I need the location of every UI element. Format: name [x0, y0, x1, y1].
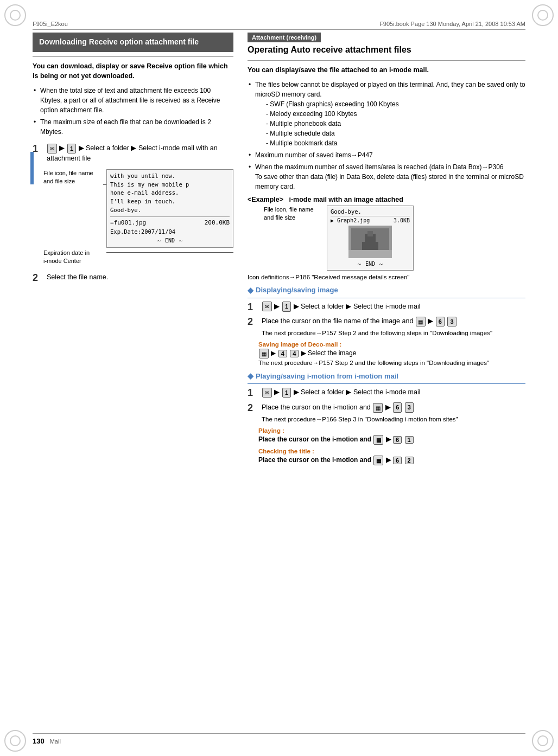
imotion-step-2-content: Place the cursor on the i-motion and ▦ ▶… [262, 402, 525, 424]
display-menu-icon: ▦ [416, 317, 426, 326]
saving-key-4a: 4 [278, 350, 287, 357]
checking-area: Checking the title : Place the cursor on… [258, 448, 525, 465]
saving-deco-area: Saving image of Deco-mail : ▦ ▶ 4 4 ▶ Se… [258, 341, 525, 366]
checking-key-2: 2 [405, 457, 414, 464]
checking-menu-icon: ▦ [373, 456, 383, 465]
corner-decoration-tr [532, 4, 554, 26]
imotion-diamond-icon: ◆ [248, 371, 253, 380]
mail-icon: ✉ [47, 144, 57, 153]
left-step-2: 2 Select the file name. [33, 272, 233, 284]
footer-page-number: 130 [33, 737, 45, 745]
imotion-step-1: 1 ✉ ▶ 1 ▶ Select a folder ▶ Select the i… [248, 387, 525, 399]
left-body-bold: You can download, display or save Receiv… [33, 61, 233, 82]
display-key-6: 6 [436, 317, 445, 327]
display-key-3: 3 [447, 317, 456, 327]
mail-filename: =fu001.jpg [110, 218, 146, 228]
display-step-2: 2 Place the cursor on the file name of t… [248, 316, 525, 338]
right-body-bold: You can display/save the file attached t… [248, 65, 525, 75]
right-bullet-1: The files below cannot be displayed or p… [248, 80, 525, 148]
left-step-1-content: ✉ ▶ 1 ▶ Select a folder ▶ Select i-mode … [47, 143, 233, 164]
checking-content: Place the cursor on the i-motion and ▦ ▶… [258, 456, 525, 465]
checking-label: Checking the title : [258, 448, 525, 454]
page-header: F905i_E2kou F905i.book Page 130 Monday, … [33, 0, 525, 30]
example-image-thumb [348, 226, 392, 258]
saving-menu-icon: ▦ [259, 349, 269, 358]
page-footer: 130 Mail [33, 733, 525, 745]
left-section-title: Downloading Receive option attachment fi… [39, 37, 199, 46]
sub-item-1: - SWF (Flash graphics) exceeding 100 Kby… [255, 99, 525, 109]
annotation-fileicon: File icon, file name and file size [43, 169, 103, 186]
imotion-divider [248, 383, 525, 384]
saving-deco-label: Saving image of Deco-mail : [258, 341, 525, 348]
header-bookinfo: F905i.book Page 130 Monday, April 21, 20… [379, 21, 525, 27]
annotation-arrow-1 [103, 184, 106, 185]
saving-deco-keys: ▦ ▶ 4 4 ▶ Select the image [258, 349, 525, 358]
corner-decoration-bl [4, 730, 26, 752]
right-bullet-2: Maximum number of saved items→P447 [248, 150, 525, 160]
mail-footer-row: =fu001.jpg 200.0KB [110, 216, 230, 228]
svg-rect-4 [367, 231, 373, 236]
key-1: 1 [67, 144, 76, 154]
display-next: The next procedure→P157 Step 2 and the f… [262, 329, 525, 338]
corner-decoration-br [532, 730, 554, 752]
display-mail-icon: ✉ [262, 302, 272, 311]
svg-rect-5 [348, 250, 392, 258]
playing-key-1: 1 [405, 436, 414, 444]
playing-menu-icon: ▦ [373, 435, 383, 445]
left-step-2-content: Select the file name. [47, 272, 233, 283]
example-desc: i-mode mail with an image attached [289, 196, 403, 203]
example-mail-header: Good-bye. [331, 208, 410, 215]
imotion-step-1-num: 1 [248, 387, 257, 399]
left-step-2-num: 2 [33, 272, 42, 284]
imotion-key-3: 3 [405, 402, 414, 413]
right-para-p306: To save other than data (file) in Data B… [255, 172, 525, 191]
imotion-key-6: 6 [393, 402, 402, 413]
display-step-1-num: 1 [248, 302, 257, 313]
right-section-title: Operating Auto receive attachment files [248, 44, 525, 56]
example-mail-box: Good-bye. ▶ Graph2.jpg 3.0KB [327, 206, 414, 271]
imotion-step-2: 2 Place the cursor on the i-motion and ▦… [248, 402, 525, 424]
display-step-2-num: 2 [248, 316, 257, 328]
example-row: <Example> i-mode mail with an image atta… [248, 196, 525, 203]
display-step-1-content: ✉ ▶ 1 ▶ Select a folder ▶ Select the i-m… [262, 302, 525, 312]
display-step-2-content: Place the cursor on the file name of the… [262, 316, 525, 338]
left-bullet-2: The maximum size of each file that can b… [33, 117, 233, 137]
display-step-1: 1 ✉ ▶ 1 ▶ Select a folder ▶ Select the i… [248, 302, 525, 313]
right-bullet-3: When the maximum number of saved items/a… [248, 162, 525, 191]
saving-key-4b: 4 [290, 350, 299, 357]
sub-item-4: - Multiple schedule data [255, 129, 525, 138]
imotion-key-1: 1 [282, 388, 291, 398]
right-top-divider [248, 60, 525, 61]
mail-text: with you until now. This is my new mobil… [110, 172, 230, 215]
playing-content: Place the cursor on the i-motion and ▦ ▶… [258, 435, 525, 445]
example-label: <Example> [248, 196, 283, 203]
imotion-mail-icon: ✉ [262, 388, 272, 398]
main-content: Downloading Receive option attachment fi… [33, 33, 525, 726]
mail-box-container: with you until now. This is my new mobil… [106, 169, 233, 248]
mail-display-area: File icon, file name and file size with … [43, 169, 233, 266]
display-divider [248, 298, 525, 298]
playing-key-6: 6 [393, 436, 402, 444]
sub-item-2: - Melody exceeding 100 Kbytes [255, 109, 525, 119]
saving-deco-next: The next procedure→P157 Step 2 and the f… [258, 360, 525, 366]
mail-content-box: with you until now. This is my new mobil… [106, 169, 233, 248]
example-filename: ▶ Graph2.jpg [331, 217, 370, 223]
display-diamond-icon: ◆ [248, 286, 253, 294]
mail-expdate: Exp.Date:2007/11/04 [110, 227, 230, 236]
example-end: ～ END ～ [331, 260, 410, 268]
imotion-step-1-content: ✉ ▶ 1 ▶ Select a folder ▶ Select the i-m… [262, 387, 525, 398]
left-step-1: 1 ✉ ▶ 1 ▶ Select a folder ▶ Select i-mod… [33, 143, 233, 164]
checking-key-6: 6 [393, 457, 402, 464]
playing-label: Playing : [258, 427, 525, 434]
annotation-expdate: Expiration date in i-mode Center [43, 249, 103, 266]
left-top-divider [33, 56, 233, 57]
playing-area: Playing : Place the cursor on the i-moti… [258, 427, 525, 445]
icon-ref: Icon definitions→P186 "Received message … [248, 274, 525, 280]
example-fileicon-label: File icon, file name and file size [264, 206, 324, 222]
display-section-title: ◆ Displaying/saving image [248, 286, 525, 294]
example-image-svg [348, 226, 392, 258]
left-column: Downloading Receive option attachment fi… [33, 33, 239, 726]
right-column: Attachment (receiving) Operating Auto re… [248, 33, 525, 726]
mail-size: 200.0KB [205, 218, 230, 228]
right-section-tag: Attachment (receiving) [248, 33, 321, 42]
